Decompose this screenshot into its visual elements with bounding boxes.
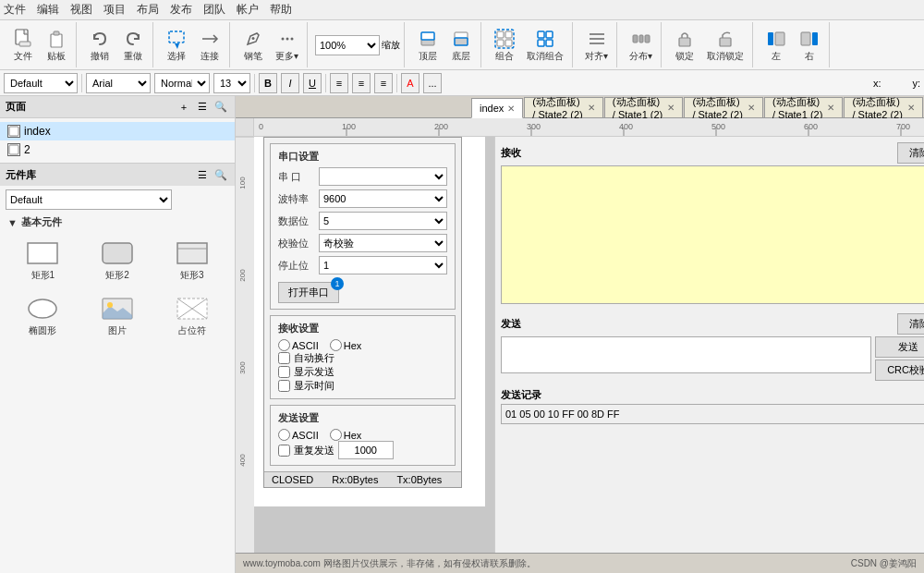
page-menu-btn[interactable]: ☰ — [194, 99, 211, 116]
align-left-btn[interactable]: ≡ — [330, 73, 348, 93]
ascii-radio-label[interactable]: ASCII — [278, 339, 319, 351]
menu-publish[interactable]: 发布 — [170, 2, 192, 18]
tab-state1-1[interactable]: (动态面板) / State1 (2) ✕ — [604, 97, 684, 117]
align-right-btn[interactable]: ≡ — [374, 73, 393, 93]
tab-state2-2-close[interactable]: ✕ — [748, 103, 755, 113]
menu-view[interactable]: 视图 — [70, 2, 92, 18]
align-btn[interactable]: 对齐▾ — [580, 25, 613, 66]
undo-btn[interactable]: 撤销 — [84, 25, 116, 66]
distribute-btn[interactable]: 分布▾ — [625, 25, 657, 66]
menu-project[interactable]: 项目 — [103, 2, 126, 18]
select-btn[interactable]: 选择 — [161, 25, 192, 66]
repeat-input[interactable] — [338, 441, 394, 459]
size-select[interactable]: 13 — [213, 73, 250, 93]
ungroup-btn[interactable]: 取消组合 — [522, 25, 568, 66]
comp-rect1[interactable]: 矩形1 — [7, 235, 79, 286]
weight-select[interactable]: Normal — [154, 73, 210, 93]
data-select[interactable]: 5 — [319, 212, 447, 230]
baud-select[interactable]: 9600 — [319, 189, 447, 208]
style-select[interactable]: Default — [4, 73, 78, 93]
comp-image[interactable]: 图片 — [82, 290, 153, 342]
repeat-cb[interactable] — [278, 445, 290, 457]
comp-ellipse[interactable]: 椭圆形 — [7, 290, 79, 342]
send-btn[interactable]: 发送 — [875, 336, 924, 358]
comp-rect3[interactable]: 矩形3 — [156, 235, 227, 286]
svg-rect-29 — [645, 35, 650, 43]
ascii-radio[interactable] — [278, 339, 290, 351]
menu-account[interactable]: 帐户 — [237, 2, 259, 18]
align-center-btn[interactable]: ≡ — [352, 73, 371, 93]
comp-menu-btn[interactable]: ☰ — [194, 166, 211, 183]
tab-state2-3[interactable]: (动态面板) / State2 (2) ✕ — [844, 97, 923, 117]
group-btn[interactable]: 组合 — [489, 25, 520, 66]
page-item-index[interactable]: index — [0, 122, 235, 140]
menu-team[interactable]: 团队 — [203, 2, 225, 18]
tab-state1-2[interactable]: (动态面板) / State1 (2) ✕ — [764, 97, 844, 117]
parity-select[interactable]: 奇校验 — [319, 234, 447, 252]
svg-rect-48 — [236, 137, 254, 553]
connect-btn[interactable]: 连接 — [194, 25, 225, 66]
send-ascii-radio-label[interactable]: ASCII — [278, 429, 319, 441]
italic-btn[interactable]: I — [281, 73, 299, 93]
font-color-btn[interactable]: A — [401, 73, 419, 93]
comp-placeholder[interactable]: 占位符 — [156, 290, 227, 342]
tab-state1-1-close[interactable]: ✕ — [667, 103, 675, 113]
paste-btn[interactable]: 贴板 — [41, 25, 72, 66]
send-ascii-label: ASCII — [292, 430, 319, 441]
underline-btn[interactable]: U — [303, 73, 322, 93]
zoom-select[interactable]: 100% 75% 50% 150% — [315, 35, 380, 55]
tab-state2-2[interactable]: (动态面板) / State2 (2) ✕ — [684, 97, 763, 117]
comp-rect2[interactable]: 矩形2 — [82, 235, 153, 286]
menu-help[interactable]: 帮助 — [270, 2, 292, 18]
left-btn[interactable]: 左 — [760, 25, 792, 66]
bold-btn[interactable]: B — [259, 73, 277, 93]
auto-newline-cb[interactable] — [278, 352, 290, 364]
port-select[interactable] — [319, 167, 447, 186]
y-label: y: — [912, 78, 920, 89]
tab-index[interactable]: index ✕ — [471, 98, 523, 118]
tab-index-close[interactable]: ✕ — [507, 104, 515, 114]
send-ascii-radio[interactable] — [278, 429, 290, 441]
more-format-btn[interactable]: ... — [423, 73, 442, 93]
pen-btn[interactable]: 钢笔 — [237, 25, 269, 66]
send-clear-btn[interactable]: 清除 — [897, 313, 924, 335]
show-time-cb[interactable] — [278, 380, 290, 392]
hex-radio-label[interactable]: Hex — [330, 339, 362, 351]
lock-btn[interactable]: 锁定 — [669, 25, 700, 66]
menu-edit[interactable]: 编辑 — [37, 2, 59, 18]
unlock-btn[interactable]: 取消锁定 — [702, 25, 748, 66]
stop-select[interactable]: 1 — [319, 256, 447, 274]
select-label: 选择 — [167, 50, 186, 63]
show-time-label: 显示时间 — [294, 379, 334, 393]
add-page-btn[interactable]: + — [176, 99, 192, 116]
send-hex-radio-label[interactable]: Hex — [330, 429, 362, 441]
svg-rect-37 — [9, 145, 18, 154]
redo-btn[interactable]: 重做 — [117, 25, 149, 66]
menu-layout[interactable]: 布局 — [137, 2, 159, 18]
canvas-area[interactable]: 串口设置 串 口 波特率 9600 — [254, 137, 924, 553]
recv-clear-btn[interactable]: 清除 — [897, 142, 924, 164]
tab-state2-1-close[interactable]: ✕ — [588, 103, 595, 113]
bottom-layer-btn[interactable]: 底层 — [445, 25, 477, 66]
top-layer-btn[interactable]: 顶层 — [412, 25, 444, 66]
show-send-cb[interactable] — [278, 366, 290, 378]
record-select[interactable]: 01 05 00 10 FF 00 8D FF — [501, 404, 924, 424]
send-hex-radio[interactable] — [330, 429, 342, 441]
open-port-btn[interactable]: 打开串口 — [278, 282, 339, 303]
more-btn[interactable]: 更多▾ — [271, 25, 303, 66]
send-textarea[interactable] — [501, 336, 871, 373]
right-btn[interactable]: 右 — [794, 25, 825, 66]
comp-search-btn[interactable]: 🔍 — [213, 166, 229, 183]
menu-file[interactable]: 文件 — [4, 2, 26, 18]
tab-state2-1[interactable]: (动态面板) / State2 (2) ✕ — [524, 97, 603, 117]
crc-btn[interactable]: CRC校验 — [875, 360, 924, 381]
new-file-btn[interactable]: 文件 — [7, 25, 39, 66]
hex-radio[interactable] — [330, 339, 342, 351]
library-select[interactable]: Default — [6, 189, 172, 210]
font-select[interactable]: Arial — [86, 73, 151, 93]
tab-state1-2-close[interactable]: ✕ — [827, 103, 834, 113]
search-page-btn[interactable]: 🔍 — [213, 99, 229, 116]
page-item-2[interactable]: 2 — [0, 140, 235, 159]
tab-state2-3-close[interactable]: ✕ — [907, 103, 915, 113]
record-section: 发送记录 01 05 00 10 FF 00 8D FF — [501, 388, 924, 549]
